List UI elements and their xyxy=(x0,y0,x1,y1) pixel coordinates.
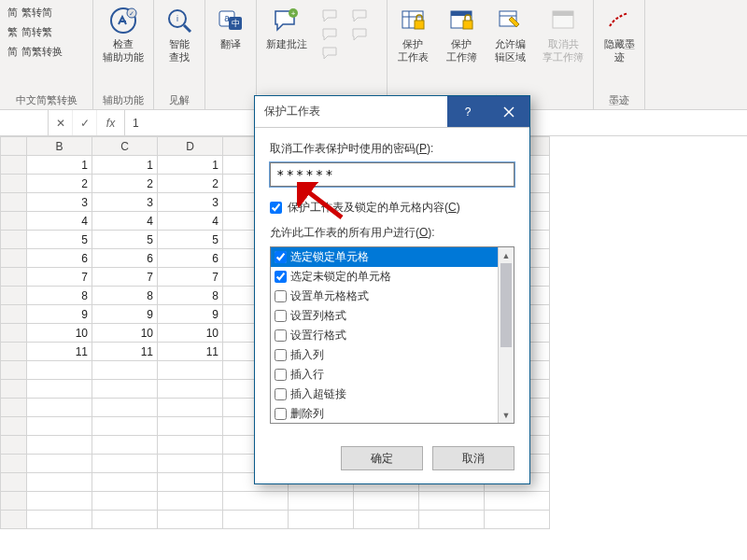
row-header[interactable] xyxy=(1,212,27,231)
permission-checkbox[interactable] xyxy=(275,329,287,342)
cell[interactable] xyxy=(27,399,92,417)
btn-hide-ink[interactable]: 隐藏墨 迹 xyxy=(598,4,641,65)
cell[interactable]: 5 xyxy=(27,231,92,249)
confirm-edit-icon[interactable]: ✓ xyxy=(73,110,97,135)
cell[interactable]: 1 xyxy=(158,156,223,175)
dialog-titlebar[interactable]: 保护工作表 ? xyxy=(255,96,529,128)
cell[interactable] xyxy=(289,492,354,511)
cell[interactable] xyxy=(223,492,289,511)
permission-checkbox[interactable] xyxy=(275,310,287,322)
cell[interactable]: 4 xyxy=(27,212,92,231)
permission-item[interactable]: 选定未锁定的单元格 xyxy=(271,267,498,287)
cell[interactable]: 6 xyxy=(27,249,92,268)
cell[interactable] xyxy=(27,436,92,455)
row-header[interactable] xyxy=(1,380,27,399)
row-header[interactable] xyxy=(1,399,27,417)
cell[interactable] xyxy=(158,380,223,399)
cell[interactable]: 10 xyxy=(92,324,158,343)
column-header[interactable]: C xyxy=(92,137,158,156)
cell[interactable]: 1 xyxy=(92,156,158,175)
permission-checkbox[interactable] xyxy=(275,388,287,400)
permission-checkbox[interactable] xyxy=(275,271,287,283)
cell[interactable] xyxy=(158,511,223,529)
cell[interactable]: 7 xyxy=(92,268,158,287)
permission-item[interactable]: 插入超链接 xyxy=(271,385,498,404)
row-header[interactable] xyxy=(1,249,27,268)
cell[interactable] xyxy=(289,511,354,529)
cell[interactable]: 1 xyxy=(27,156,92,175)
permission-checkbox[interactable] xyxy=(275,251,287,263)
cell[interactable] xyxy=(27,361,92,380)
cell[interactable] xyxy=(27,380,92,399)
cell[interactable] xyxy=(158,492,223,511)
row-header[interactable] xyxy=(1,343,27,361)
row-header[interactable] xyxy=(1,473,27,492)
btn-translate[interactable]: a中 翻译 xyxy=(209,4,252,52)
cell[interactable] xyxy=(92,473,158,492)
row-header[interactable] xyxy=(1,287,27,305)
cell[interactable]: 9 xyxy=(27,305,92,324)
cell[interactable] xyxy=(158,473,223,492)
btn-check-accessibility[interactable]: ✓ 检查 辅助功能 xyxy=(97,4,149,65)
row-header[interactable] xyxy=(1,305,27,324)
cell[interactable]: 8 xyxy=(158,287,223,305)
cell[interactable] xyxy=(27,511,92,529)
cell[interactable]: 9 xyxy=(158,305,223,324)
cell[interactable] xyxy=(419,511,485,529)
cell[interactable]: 7 xyxy=(158,268,223,287)
cell[interactable]: 3 xyxy=(27,193,92,212)
cell[interactable]: 9 xyxy=(92,305,158,324)
cancel-button[interactable]: 取消 xyxy=(432,446,514,470)
cell[interactable] xyxy=(92,361,158,380)
help-button[interactable]: ? xyxy=(447,96,488,127)
row-header[interactable] xyxy=(1,231,27,249)
row-header[interactable] xyxy=(1,455,27,473)
cell[interactable] xyxy=(485,511,550,529)
scroll-thumb[interactable] xyxy=(500,263,512,347)
permission-item[interactable]: 删除列 xyxy=(271,404,498,423)
scroll-up-icon[interactable]: ▲ xyxy=(499,247,514,263)
cell[interactable]: 2 xyxy=(92,175,158,193)
cell[interactable]: 11 xyxy=(92,343,158,361)
permission-item[interactable]: 设置单元格格式 xyxy=(271,287,498,306)
cell[interactable] xyxy=(92,380,158,399)
cell[interactable] xyxy=(419,492,485,511)
cell[interactable]: 11 xyxy=(27,343,92,361)
cell[interactable]: 4 xyxy=(158,212,223,231)
btn-allow-edit-ranges[interactable]: 允许编 辑区域 xyxy=(488,4,531,65)
btn-smart-lookup[interactable]: i 智能 查找 xyxy=(158,4,201,65)
btn-new-comment[interactable]: + 新建批注 xyxy=(261,4,313,52)
cell[interactable] xyxy=(92,399,158,417)
column-header[interactable]: B xyxy=(27,137,92,156)
row-header[interactable] xyxy=(1,417,27,436)
cell[interactable]: 11 xyxy=(158,343,223,361)
cell[interactable]: 3 xyxy=(92,193,158,212)
scrollbar[interactable]: ▲ ▼ xyxy=(498,247,514,423)
name-box[interactable] xyxy=(0,110,49,135)
row-header[interactable] xyxy=(1,361,27,380)
cell[interactable] xyxy=(27,473,92,492)
permission-item[interactable]: 设置行格式 xyxy=(271,326,498,345)
btn-protect-sheet[interactable]: 保护 工作表 xyxy=(391,4,434,65)
close-button[interactable] xyxy=(488,96,529,127)
cell[interactable]: 6 xyxy=(92,249,158,268)
password-input[interactable] xyxy=(270,162,514,187)
row-header[interactable] xyxy=(1,175,27,193)
permission-checkbox[interactable] xyxy=(275,369,287,381)
cell[interactable] xyxy=(354,492,419,511)
cell[interactable] xyxy=(354,511,419,529)
cell[interactable]: 5 xyxy=(158,231,223,249)
permission-item[interactable]: 选定锁定单元格 xyxy=(271,247,498,267)
row-header[interactable] xyxy=(1,193,27,212)
cell[interactable]: 2 xyxy=(158,175,223,193)
fx-button[interactable]: fx xyxy=(97,110,125,135)
column-header[interactable]: D xyxy=(158,137,223,156)
cell[interactable]: 3 xyxy=(158,193,223,212)
btn-protect-workbook[interactable]: 保护 工作簿 xyxy=(440,4,483,65)
cell[interactable] xyxy=(92,455,158,473)
cell[interactable]: 5 xyxy=(92,231,158,249)
cell[interactable] xyxy=(158,436,223,455)
permission-checkbox[interactable] xyxy=(275,349,287,361)
cell[interactable] xyxy=(27,417,92,436)
cell[interactable] xyxy=(27,455,92,473)
